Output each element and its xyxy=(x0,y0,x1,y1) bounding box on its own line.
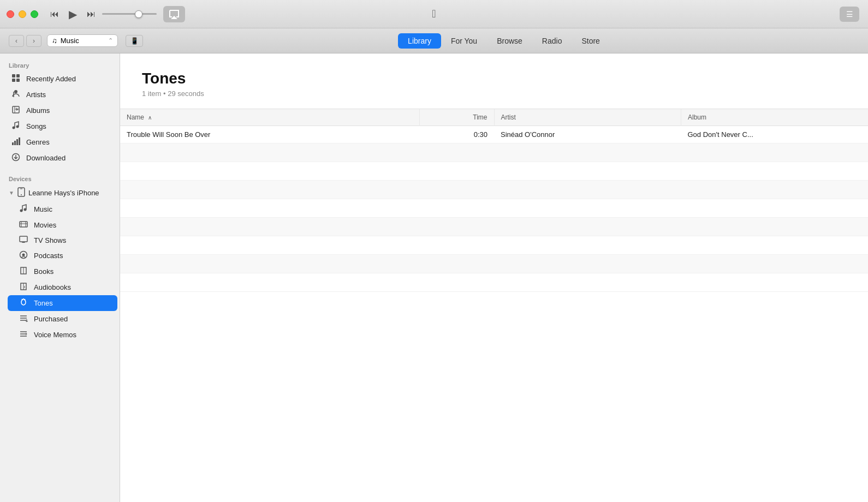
source-selector[interactable]: ♫ Music ⌃ xyxy=(47,34,118,47)
device-item[interactable]: ▼ Leanne Hays's iPhone xyxy=(0,184,120,201)
svg-rect-2 xyxy=(16,74,20,77)
content-title: Tones xyxy=(142,70,846,87)
titlebar: ⏮ ▶ ⏭  ☰ xyxy=(0,0,868,28)
sidebar-item-downloaded[interactable]: Downloaded xyxy=(2,150,117,166)
downloaded-label: Downloaded xyxy=(26,154,66,162)
sidebar-item-albums[interactable]: Albums xyxy=(2,103,117,118)
albums-icon xyxy=(11,105,21,116)
svg-rect-26 xyxy=(20,236,27,242)
device-voice-memos-icon xyxy=(19,330,28,340)
svg-rect-15 xyxy=(19,138,20,145)
svg-rect-22 xyxy=(20,222,27,227)
table-row-empty xyxy=(120,236,868,255)
sidebar-item-device-music[interactable]: Music xyxy=(8,201,117,217)
content-area: Tones 1 item • 29 seconds Name ∧ Time Ar… xyxy=(120,53,868,502)
source-label: Music xyxy=(61,37,79,45)
slider-track xyxy=(102,13,157,15)
navbar: ‹ › ♫ Music ⌃ 📱 Library For You Browse R… xyxy=(0,28,868,53)
sidebar-item-device-voice-memos[interactable]: Voice Memos xyxy=(8,327,117,343)
table-row-empty xyxy=(120,255,868,273)
play-button[interactable]: ▶ xyxy=(68,7,78,22)
forward-button-nav[interactable]: › xyxy=(26,35,41,47)
list-view-button[interactable]: ☰ xyxy=(840,7,859,22)
sidebar-item-device-books[interactable]: Books xyxy=(8,264,117,279)
svg-rect-13 xyxy=(14,141,16,145)
svg-rect-7 xyxy=(13,106,19,113)
songs-label: Songs xyxy=(26,122,46,130)
sidebar-item-device-purchased[interactable]: Purchased xyxy=(8,311,117,327)
sidebar-item-device-audiobooks[interactable]: Audiobooks xyxy=(8,279,117,295)
table-container: Name ∧ Time Artist Album Trouble Will So… xyxy=(120,109,868,502)
svg-rect-1 xyxy=(12,74,15,77)
traffic-lights xyxy=(7,10,38,18)
table-row[interactable]: Trouble Will Soon Be Over 0:30 Sinéad O'… xyxy=(120,126,868,144)
sidebar-item-genres[interactable]: Genres xyxy=(2,134,117,150)
sidebar-item-recently-added[interactable]: Recently Added xyxy=(2,71,117,87)
device-audiobooks-label: Audiobooks xyxy=(34,283,71,291)
device-movies-label: Movies xyxy=(34,221,56,229)
sidebar-item-device-tones[interactable]: Tones xyxy=(8,295,117,311)
col-header-album[interactable]: Album xyxy=(681,109,869,126)
apple-logo:  xyxy=(432,8,436,20)
device-button[interactable]: 📱 xyxy=(126,35,143,47)
maximize-button[interactable] xyxy=(31,10,38,18)
airplay-button[interactable] xyxy=(163,6,185,22)
tab-browse[interactable]: Browse xyxy=(487,33,532,49)
sidebar: Library Recently Added Artists xyxy=(0,53,120,502)
device-purchased-label: Purchased xyxy=(34,315,68,323)
device-podcasts-icon xyxy=(19,250,28,261)
table-row-empty xyxy=(120,273,868,292)
forward-button[interactable]: ⏭ xyxy=(86,8,97,20)
svg-rect-4 xyxy=(16,79,20,82)
svg-point-5 xyxy=(14,90,17,93)
nav-tabs: Library For You Browse Radio Store xyxy=(398,33,610,49)
sidebar-item-artists[interactable]: Artists xyxy=(2,87,117,103)
svg-point-20 xyxy=(20,210,23,212)
svg-point-30 xyxy=(22,254,25,256)
sidebar-item-device-tvshows[interactable]: TV Shows xyxy=(8,233,117,248)
recently-added-label: Recently Added xyxy=(26,75,76,83)
back-button[interactable]: ‹ xyxy=(9,35,24,47)
sidebar-item-device-movies[interactable]: Movies xyxy=(8,217,117,233)
device-tones-label: Tones xyxy=(34,299,53,307)
minimize-button[interactable] xyxy=(19,10,26,18)
sidebar-item-device-podcasts[interactable]: Podcasts xyxy=(8,248,117,264)
device-chevron-icon: ▼ xyxy=(9,190,14,196)
svg-line-35 xyxy=(22,299,22,300)
rewind-button[interactable]: ⏮ xyxy=(49,8,60,20)
music-note-icon: ♫ xyxy=(52,37,57,45)
table-header-row: Name ∧ Time Artist Album xyxy=(120,109,868,126)
cell-time: 0:30 xyxy=(419,126,494,144)
svg-rect-3 xyxy=(12,79,15,82)
nav-arrows: ‹ › xyxy=(9,35,41,47)
volume-slider[interactable] xyxy=(102,13,157,15)
table-row-empty xyxy=(120,162,868,181)
tones-table: Name ∧ Time Artist Album Trouble Will So… xyxy=(120,109,868,292)
slider-thumb xyxy=(135,10,142,18)
table-row-empty xyxy=(120,199,868,218)
devices-section: Devices ▼ Leanne Hays's iPhone xyxy=(0,171,120,343)
table-body: Trouble Will Soon Be Over 0:30 Sinéad O'… xyxy=(120,126,868,292)
device-name: Leanne Hays's iPhone xyxy=(28,189,99,197)
table-row-empty xyxy=(120,218,868,236)
tab-store[interactable]: Store xyxy=(572,33,609,49)
col-header-name[interactable]: Name ∧ xyxy=(120,109,419,126)
svg-line-34 xyxy=(25,299,25,300)
device-children: Music Movies xyxy=(0,201,120,343)
device-tvshows-icon xyxy=(19,236,28,245)
tab-for-you[interactable]: For You xyxy=(441,33,487,49)
device-tones-icon xyxy=(19,298,28,308)
col-header-artist[interactable]: Artist xyxy=(494,109,681,126)
downloaded-icon xyxy=(11,153,21,163)
tab-radio[interactable]: Radio xyxy=(532,33,572,49)
tab-library[interactable]: Library xyxy=(398,33,441,49)
library-section-label: Library xyxy=(0,58,120,71)
col-header-time[interactable]: Time xyxy=(419,109,494,126)
device-audiobooks-icon xyxy=(19,282,28,292)
close-button[interactable] xyxy=(7,10,14,18)
sidebar-item-songs[interactable]: Songs xyxy=(2,118,117,134)
albums-label: Albums xyxy=(26,106,50,115)
content-header: Tones 1 item • 29 seconds xyxy=(120,53,868,109)
svg-rect-12 xyxy=(12,142,14,145)
cell-album: God Don't Never C... xyxy=(681,126,869,144)
